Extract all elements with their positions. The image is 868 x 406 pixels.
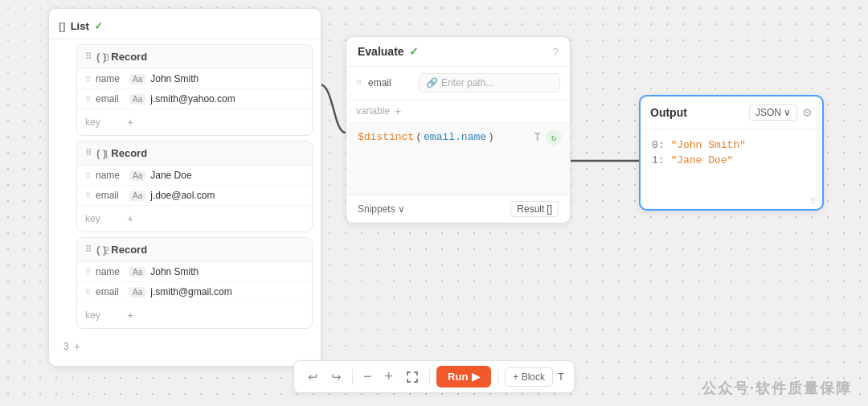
record-field-email-0: ⠿ email Aa j.smith@yahoo.com xyxy=(77,89,312,109)
result-badge: Result [] xyxy=(510,201,559,217)
record-field-name-1: ⠿ name Aa Jane Doe xyxy=(77,166,312,186)
toolbar-divider-3 xyxy=(497,369,498,385)
field-type-badge: Aa xyxy=(129,267,145,277)
record-block-2: ⠿ ( ) Record ⠿ name Aa John Smith ⠿ emai… xyxy=(76,237,313,329)
key-label: key xyxy=(85,310,114,321)
key-row-2: key + xyxy=(77,302,312,328)
field-value-name-2: John Smith xyxy=(150,266,199,277)
field-value-email-1: j.doe@aol.com xyxy=(150,190,215,201)
field-email-label: email xyxy=(96,190,125,201)
evaluate-email-row: ⠿ email 🔗 Enter path... xyxy=(346,67,570,100)
field-type-badge: Aa xyxy=(129,191,145,201)
record-header-2: ⠿ ( ) Record xyxy=(77,238,312,262)
add-record-row[interactable]: 3 + xyxy=(49,334,321,355)
output-index-1: 1: xyxy=(652,154,670,166)
output-resize-handle[interactable]: ⠿ xyxy=(641,194,822,209)
text-format-icon[interactable]: T xyxy=(534,131,541,144)
code-line: $distinct ( email.name ) xyxy=(358,131,559,143)
add-block-label: + Block xyxy=(513,371,545,383)
evaluate-header: Evaluate ✓ ? xyxy=(346,37,570,67)
gear-icon[interactable]: ⚙ xyxy=(802,106,813,119)
code-paren-open: ( xyxy=(416,131,422,143)
result-bracket: [] xyxy=(547,203,552,215)
zoom-in-button[interactable]: + xyxy=(381,366,398,388)
add-key-button-0[interactable]: + xyxy=(119,113,141,132)
run-button[interactable]: Run ▶ xyxy=(436,366,491,388)
evaluate-help-icon[interactable]: ? xyxy=(553,46,559,58)
record-block-1: ⠿ ( ) Record ⠿ name Aa Jane Doe ⠿ email … xyxy=(76,141,313,232)
add-key-button-2[interactable]: + xyxy=(119,306,141,325)
list-title: List xyxy=(71,20,89,32)
code-function: $distinct xyxy=(358,131,414,143)
evaluate-title: Evaluate xyxy=(358,45,404,58)
field-value-name-1: Jane Doe xyxy=(150,170,191,181)
field-drag-icon: ⠿ xyxy=(85,95,91,104)
run-play-icon: ▶ xyxy=(472,371,480,383)
eval-variable-label: variable xyxy=(356,105,390,117)
field-name-label: name xyxy=(96,73,125,84)
eval-email-input[interactable]: 🔗 Enter path... xyxy=(419,73,560,92)
evaluate-code-area[interactable]: $distinct ( email.name ) T ↻ xyxy=(346,123,570,195)
cursor-icon: T xyxy=(558,371,564,383)
field-type-badge: Aa xyxy=(129,94,145,105)
list-panel: [] List ✓ 0 ⠿ ( ) Record ⠿ name Aa John … xyxy=(48,8,321,367)
output-value-0: "John Smith" xyxy=(670,139,746,151)
evaluate-footer: Snippets ∨ Result [] xyxy=(346,195,570,223)
eval-field-drag-icon: ⠿ xyxy=(356,79,362,88)
record-header-1: ⠿ ( ) Record xyxy=(77,141,312,166)
list-header: [] List ✓ xyxy=(49,17,321,39)
record-block-0: ⠿ ( ) Record ⠿ name Aa John Smith ⠿ emai… xyxy=(76,44,313,136)
field-value-email-0: j.smith@yahoo.com xyxy=(150,93,235,105)
key-label: key xyxy=(85,213,114,224)
field-drag-icon: ⠿ xyxy=(85,191,91,200)
key-row-0: key + xyxy=(77,109,312,135)
chevron-down-icon: ∨ xyxy=(784,107,791,118)
snippets-button[interactable]: Snippets ∨ xyxy=(358,203,405,215)
refresh-icon[interactable]: ↻ xyxy=(546,129,562,146)
record-field-email-1: ⠿ email Aa j.doe@aol.com xyxy=(77,186,312,206)
drag-icon: ⠿ xyxy=(85,148,92,158)
field-type-badge: Aa xyxy=(129,74,145,84)
zoom-out-button[interactable]: − xyxy=(359,366,376,388)
output-line-1: 1: "Jane Doe" xyxy=(652,153,811,168)
toolbar-divider-1 xyxy=(352,369,353,385)
fit-button[interactable] xyxy=(402,368,423,386)
field-type-badge: Aa xyxy=(129,287,145,297)
add-key-button-1[interactable]: + xyxy=(119,209,141,228)
add-variable-button[interactable]: + xyxy=(395,105,401,117)
output-value-1: "Jane Doe" xyxy=(670,154,733,166)
json-format-select[interactable]: JSON ∨ xyxy=(749,105,797,121)
record-field-name-0: ⠿ name Aa John Smith xyxy=(77,69,312,89)
undo-button[interactable]: ↩ xyxy=(304,367,322,387)
result-label: Result xyxy=(517,203,544,215)
drag-icon: ⠿ xyxy=(85,244,92,255)
svg-rect-5 xyxy=(407,379,408,383)
record-field-email-2: ⠿ email Aa j.smith@gmail.com xyxy=(77,282,312,302)
bracket-icon: [] xyxy=(59,20,66,32)
record-index-1: 1 xyxy=(104,149,109,160)
evaluate-variable-row: variable + xyxy=(346,100,570,123)
link-icon: 🔗 xyxy=(426,77,438,88)
code-argument: email.name xyxy=(424,131,486,143)
evaluate-title-group: Evaluate ✓ xyxy=(358,45,419,58)
field-email-label: email xyxy=(96,286,125,297)
output-line-0: 0: "John Smith" xyxy=(652,137,811,153)
list-divider xyxy=(49,39,321,39)
field-drag-icon: ⠿ xyxy=(85,268,91,277)
field-type-badge: Aa xyxy=(129,170,145,181)
output-title: Output xyxy=(650,106,687,119)
redo-button[interactable]: ↪ xyxy=(327,367,346,387)
field-name-label: name xyxy=(96,266,125,277)
snippets-chevron-icon: ∨ xyxy=(398,203,405,215)
record-index-2: 2 xyxy=(104,245,109,256)
svg-rect-7 xyxy=(416,379,418,383)
add-block-button[interactable]: + Block xyxy=(505,367,553,387)
add-record-index: 3 xyxy=(63,341,69,352)
snippets-label: Snippets xyxy=(358,203,395,215)
evaluate-check-icon: ✓ xyxy=(409,45,419,58)
toolbar-divider-2 xyxy=(429,369,430,385)
field-email-label: email xyxy=(96,93,125,105)
record-index-0: 0 xyxy=(104,52,109,64)
watermark: 公众号·软件质量保障 xyxy=(702,379,852,398)
record-label-0: Record xyxy=(111,51,147,63)
